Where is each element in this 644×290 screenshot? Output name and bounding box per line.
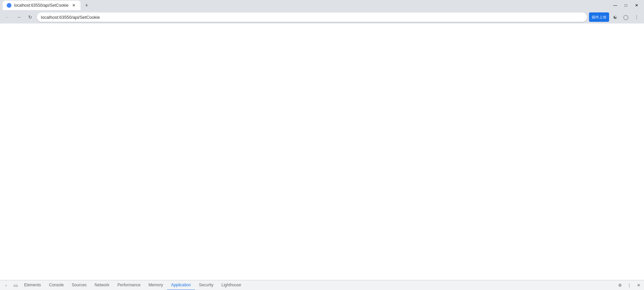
tab-network[interactable]: Network <box>91 280 113 290</box>
extension-upload-button[interactable]: 插件上传 <box>589 12 609 22</box>
tab-console[interactable]: Console <box>45 280 68 290</box>
tab-close-button[interactable]: ✕ <box>71 3 76 8</box>
devtools-actions: ⚙ ⋮ ✕ <box>616 281 643 289</box>
browser-tab[interactable]: localhost:63550/api/SetCookie ✕ <box>3 1 80 10</box>
tab-favicon <box>7 3 11 8</box>
minimize-button[interactable]: — <box>610 1 620 10</box>
devtools-tab-bar: ◦ ▭ Elements Console Sources Network Per… <box>0 280 644 290</box>
maximize-button[interactable]: □ <box>621 1 631 10</box>
close-button[interactable]: ✕ <box>632 1 641 10</box>
new-tab-button[interactable]: + <box>82 1 91 10</box>
tab-elements[interactable]: Elements <box>20 280 45 290</box>
tab-lighthouse[interactable]: Lighthouse <box>217 280 245 290</box>
back-button[interactable]: ← <box>3 12 12 22</box>
menu-button[interactable]: ⋮ <box>632 12 641 22</box>
url-text: localhost:63550/api/SetCookie <box>41 15 100 20</box>
devtools-settings-button[interactable]: ⚙ <box>616 281 624 289</box>
address-bar[interactable]: localhost:63550/api/SetCookie <box>37 12 587 22</box>
tab-security[interactable]: Security <box>195 280 217 290</box>
tab-application[interactable]: Application <box>167 280 195 290</box>
devtools-inspect-button[interactable]: ◦ <box>1 281 11 290</box>
window-controls: — □ ✕ <box>610 1 641 10</box>
devtools-panel: ◦ ▭ Elements Console Sources Network Per… <box>0 280 644 290</box>
tab-performance[interactable]: Performance <box>113 280 145 290</box>
devtools-more-button[interactable]: ⋮ <box>625 281 633 289</box>
browser-content <box>0 23 644 280</box>
devtools-mobile-button[interactable]: ▭ <box>11 281 20 290</box>
tab-title: localhost:63550/api/SetCookie <box>14 3 68 8</box>
extensions-button[interactable]: ☯ <box>610 12 620 22</box>
reload-button[interactable]: ↻ <box>25 12 35 22</box>
tab-memory[interactable]: Memory <box>145 280 167 290</box>
tab-sources[interactable]: Sources <box>68 280 91 290</box>
devtools-close-button[interactable]: ✕ <box>635 281 643 289</box>
forward-button[interactable]: → <box>14 12 23 22</box>
profile-button[interactable]: ◯ <box>621 12 631 22</box>
